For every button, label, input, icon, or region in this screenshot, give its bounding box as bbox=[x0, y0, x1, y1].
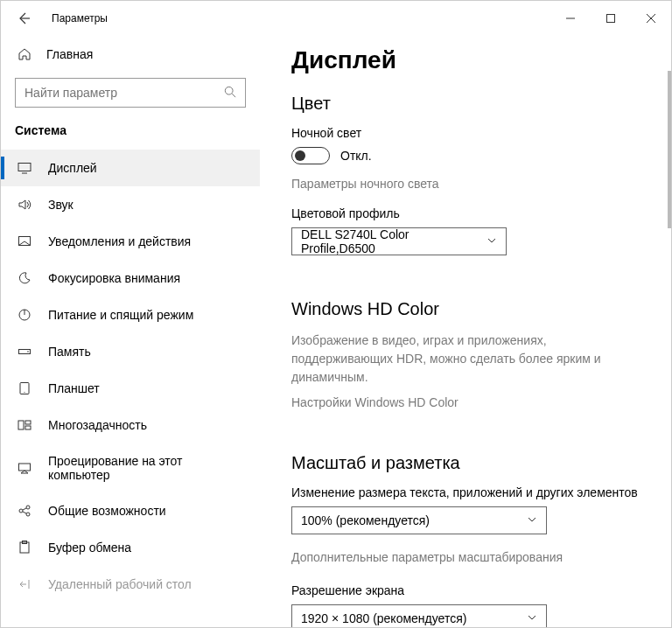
sidebar-item-projecting[interactable]: Проецирование на этот компьютер bbox=[1, 443, 260, 492]
minimize-button[interactable] bbox=[550, 4, 591, 32]
home-link[interactable]: Главная bbox=[1, 39, 260, 69]
main-content: Дисплей Цвет Ночной свет Откл. Параметры… bbox=[260, 36, 671, 627]
sidebar-item-tablet[interactable]: Планшет bbox=[1, 370, 260, 407]
sidebar-item-label: Фокусировка внимания bbox=[48, 271, 180, 285]
resolution-label: Разрешение экрана bbox=[291, 583, 650, 597]
hdr-desc: Изображение в видео, играх и приложениях… bbox=[291, 331, 650, 387]
chevron-down-icon bbox=[527, 611, 537, 625]
sidebar-item-storage[interactable]: Память bbox=[1, 333, 260, 370]
scale-select[interactable]: 100% (рекомендуется) bbox=[291, 506, 547, 534]
scale-heading: Масштаб и разметка bbox=[291, 453, 650, 473]
sidebar-item-label: Уведомления и действия bbox=[48, 234, 191, 248]
titlebar: Параметры bbox=[1, 1, 671, 36]
sidebar-item-label: Проецирование на этот компьютер bbox=[48, 454, 246, 482]
sidebar: Главная Система Дисплей Звук Уведомления… bbox=[1, 36, 260, 627]
sidebar-item-focus[interactable]: Фокусировка внимания bbox=[1, 260, 260, 297]
focus-icon bbox=[17, 270, 32, 286]
svg-rect-0 bbox=[607, 15, 615, 23]
svg-point-15 bbox=[26, 513, 30, 516]
sidebar-section-label: Система bbox=[1, 123, 260, 150]
sidebar-item-label: Планшет bbox=[48, 381, 100, 395]
scale-value: 100% (рекомендуется) bbox=[301, 513, 430, 527]
advanced-scaling-link[interactable]: Дополнительные параметры масштабирования bbox=[291, 550, 650, 564]
hdr-settings-link[interactable]: Настройки Windows HD Color bbox=[291, 395, 650, 409]
night-light-label: Ночной свет bbox=[291, 126, 650, 140]
sidebar-item-multitask[interactable]: Многозадачность bbox=[1, 407, 260, 443]
sidebar-item-label: Звук bbox=[48, 198, 74, 212]
maximize-button[interactable] bbox=[591, 4, 631, 32]
color-heading: Цвет bbox=[291, 94, 650, 114]
night-light-state: Откл. bbox=[340, 149, 372, 163]
sidebar-item-remote[interactable]: Удаленный рабочий стол bbox=[1, 566, 260, 603]
sidebar-item-notifications[interactable]: Уведомления и действия bbox=[1, 223, 260, 260]
svg-rect-11 bbox=[25, 426, 31, 429]
search-field[interactable] bbox=[24, 86, 224, 100]
back-button[interactable] bbox=[11, 6, 36, 31]
sidebar-item-label: Буфер обмена bbox=[48, 541, 131, 555]
color-profile-select[interactable]: DELL S2740L Color Profile,D6500 bbox=[291, 227, 507, 255]
svg-point-1 bbox=[225, 87, 233, 94]
scale-label: Изменение размера текста, приложений и д… bbox=[291, 485, 650, 499]
svg-rect-12 bbox=[19, 464, 31, 471]
projecting-icon bbox=[17, 460, 32, 476]
sidebar-item-display[interactable]: Дисплей bbox=[1, 150, 260, 186]
sidebar-item-clipboard[interactable]: Буфер обмена bbox=[1, 529, 260, 566]
sidebar-item-label: Память bbox=[48, 345, 91, 359]
sound-icon bbox=[17, 197, 32, 213]
sidebar-item-label: Дисплей bbox=[48, 161, 97, 175]
svg-rect-9 bbox=[18, 421, 24, 429]
chevron-down-icon bbox=[486, 234, 497, 248]
color-profile-label: Цветовой профиль bbox=[291, 206, 650, 220]
storage-icon bbox=[17, 344, 32, 359]
remote-icon bbox=[17, 576, 32, 592]
sidebar-item-label: Питание и спящий режим bbox=[48, 308, 193, 322]
power-icon bbox=[17, 307, 32, 323]
display-icon bbox=[17, 160, 32, 176]
window-title: Параметры bbox=[52, 12, 108, 24]
chevron-down-icon bbox=[527, 513, 537, 527]
home-icon bbox=[17, 46, 32, 62]
tablet-icon bbox=[17, 380, 32, 396]
scrollbar[interactable] bbox=[668, 71, 671, 228]
page-title: Дисплей bbox=[291, 46, 650, 74]
sidebar-item-label: Общие возможности bbox=[48, 504, 166, 518]
night-light-toggle[interactable] bbox=[291, 147, 330, 164]
resolution-select[interactable]: 1920 × 1080 (рекомендуется) bbox=[291, 604, 547, 627]
notifications-icon bbox=[17, 234, 32, 249]
svg-point-13 bbox=[19, 509, 23, 513]
multitask-icon bbox=[17, 417, 32, 433]
night-light-settings-link[interactable]: Параметры ночного света bbox=[291, 177, 650, 191]
svg-rect-10 bbox=[25, 421, 31, 424]
search-input[interactable] bbox=[15, 78, 246, 108]
sidebar-item-label: Удаленный рабочий стол bbox=[48, 577, 192, 591]
shared-icon bbox=[17, 503, 32, 519]
color-profile-value: DELL S2740L Color Profile,D6500 bbox=[301, 227, 478, 255]
svg-rect-2 bbox=[18, 164, 31, 171]
sidebar-item-shared[interactable]: Общие возможности bbox=[1, 492, 260, 529]
home-label: Главная bbox=[46, 47, 93, 61]
svg-point-6 bbox=[27, 351, 29, 352]
sidebar-item-sound[interactable]: Звук bbox=[1, 186, 260, 223]
resolution-value: 1920 × 1080 (рекомендуется) bbox=[301, 611, 466, 625]
sidebar-item-label: Многозадачность bbox=[48, 418, 147, 432]
close-button[interactable] bbox=[631, 4, 671, 32]
search-icon bbox=[224, 86, 236, 101]
clipboard-icon bbox=[17, 540, 32, 555]
sidebar-item-power[interactable]: Питание и спящий режим bbox=[1, 297, 260, 333]
svg-point-14 bbox=[26, 506, 30, 509]
svg-point-8 bbox=[24, 392, 24, 393]
hdr-heading: Windows HD Color bbox=[291, 299, 650, 319]
